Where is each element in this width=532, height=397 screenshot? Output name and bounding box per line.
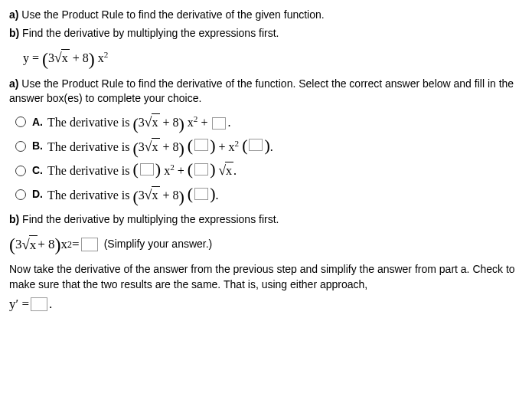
choice-c-letter: C. [32,163,43,179]
choice-list: A. The derivative is (3√x + 8) x2 + . B.… [15,113,523,205]
txt: x [61,235,68,254]
part-a-text: Use the Product Rule to find the derivat… [9,77,514,105]
eqn-plus8: + 8 [70,51,89,64]
final-equation: y′ = . [9,295,523,313]
radio-a[interactable] [15,116,26,127]
eqn-x: x [95,51,104,64]
choice-d-letter: D. [32,187,43,202]
lparen-icon: ( [188,139,193,153]
txt: + [197,116,211,129]
radio-b[interactable] [15,141,26,152]
txt: + 8 [160,116,179,129]
intro-b-label: b) [9,27,19,39]
choice-b-expr: The derivative is (3√x + 8) () + x2 (). [47,137,273,156]
rparen-icon: ) [179,186,184,205]
choice-a-expr: The derivative is (3√x + 8) x2 + . [47,113,230,132]
input-b-2[interactable] [249,139,263,151]
intro-a: a) Use the Product Rule to find the deri… [9,8,523,23]
lparen-icon: ( [133,186,139,205]
input-c-1[interactable] [140,163,154,176]
eqn-rparen: ) [89,49,95,69]
part-a-label: a) [9,77,18,90]
choice-b-letter: B. [32,139,43,154]
main-equation: y = (3√x + 8) x2 [23,48,523,67]
rparen-icon: ) [179,138,184,157]
input-d-1[interactable] [194,188,208,200]
txt: = [72,235,80,254]
txt: x [184,116,194,129]
txt: x [152,138,160,156]
radio-d[interactable] [15,189,26,200]
lparen-icon: ( [133,138,139,157]
intro-a-label: a) [9,8,18,21]
rparen-icon: ) [210,139,215,153]
part-a-prompt: a) Use the Product Rule to find the deri… [9,77,523,107]
lparen-icon: ( [188,162,193,176]
rparen-icon: ) [55,238,61,252]
input-b-1[interactable] [194,139,208,151]
txt: + 8 [160,189,179,202]
eqn-coef: 3 [48,51,54,64]
eqn-lhs: y = [23,51,42,64]
choice-d-expr: The derivative is (3√x + 8) (). [47,185,219,205]
txt: . [216,189,219,202]
txt: x [225,162,233,179]
txt: + 8 [160,140,179,153]
yprime-label: y′ = [9,295,29,313]
final-text: Now take the derivative of the answer fr… [9,262,523,292]
lparen-icon: ( [133,114,139,133]
txt: x [161,164,170,177]
rparen-icon: ) [210,187,215,201]
choice-a[interactable]: A. The derivative is (3√x + 8) x2 + . [15,113,523,132]
txt: 3 [15,235,22,254]
choice-a-lead: The derivative is [47,116,133,129]
intro-a-text: Use the Product Rule to find the derivat… [18,8,324,21]
txt: . [270,140,273,153]
input-partb[interactable] [81,238,98,251]
txt: . [233,164,237,177]
lparen-icon: ( [133,162,139,176]
lparen-icon: ( [188,187,193,201]
simplify-hint: (Simplify your answer.) [104,237,213,252]
choice-b[interactable]: B. The derivative is (3√x + 8) () + x2 (… [15,137,523,156]
eqn-sq: 2 [104,50,109,59]
part-b-text: Find the derivative by multiplying the e… [19,213,279,225]
part-b-prompt: b) Find the derivative by multiplying th… [9,212,523,228]
choice-d[interactable]: D. The derivative is (3√x + 8) (). [15,185,523,205]
intro-b: b) Find the derivative by multiplying th… [9,26,523,41]
lparen-icon: ( [9,238,15,252]
eqn-lparen: ( [42,49,48,69]
rparen-icon: ) [179,114,184,133]
choice-a-letter: A. [32,115,43,130]
choice-c-expr: The derivative is () x2 + () √x. [47,161,237,180]
txt: 3 [139,140,145,153]
txt: The derivative is [47,140,133,153]
txt: + 8 [38,235,54,254]
txt: x [152,186,160,204]
txt: + [175,164,188,177]
eqn-radicand: x [61,49,70,67]
txt: x [29,235,38,254]
input-final[interactable] [31,297,47,311]
txt: . [49,295,52,313]
txt: 3 [139,116,145,129]
radio-c[interactable] [15,166,26,176]
choice-c[interactable]: C. The derivative is () x2 + () √x. [15,161,523,180]
txt: 2 [235,138,240,147]
txt: 3 [139,189,145,202]
intro-b-text: Find the derivative by multiplying the e… [19,27,279,39]
lparen-icon: ( [242,139,247,153]
txt: + x [216,140,235,153]
part-b-label: b) [9,213,19,225]
txt: x [152,113,160,131]
txt: The derivative is [47,189,133,202]
rparen-icon: ) [264,139,269,153]
txt: The derivative is [47,164,133,177]
input-a-1[interactable] [212,117,226,130]
part-b-equation: (3√x + 8) x2 = (Simplify your answer.) [9,235,523,254]
input-c-2[interactable] [194,163,208,176]
rparen-icon: ) [210,162,215,176]
txt: . [227,116,230,129]
